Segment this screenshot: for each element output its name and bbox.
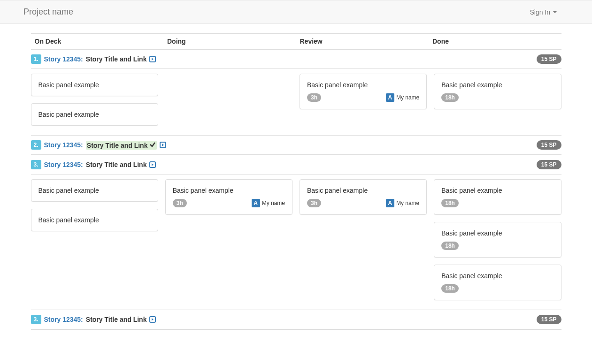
time-badge: 18h (441, 93, 459, 102)
card[interactable]: Basic panel example (31, 103, 158, 126)
assignee: AMy name (252, 199, 285, 207)
card[interactable]: Basic panel example3hAMy name (300, 179, 427, 215)
avatar: A (386, 93, 394, 102)
story-points-badge: 15 SP (537, 54, 561, 64)
kanban-board: On Deck Doing Review Done 1.Story 12345:… (31, 33, 561, 330)
columns-header: On Deck Doing Review Done (31, 33, 561, 50)
expand-icon[interactable] (160, 142, 166, 148)
navbar: Project name Sign In (0, 0, 592, 24)
column: Basic panel example18hBasic panel exampl… (434, 179, 561, 300)
chevron-down-icon (553, 11, 557, 13)
card-text: Basic panel example (38, 187, 151, 194)
story-points-badge: 15 SP (537, 315, 561, 324)
card-text: Basic panel example (307, 187, 419, 194)
card[interactable]: Basic panel example18h (434, 179, 561, 215)
story-header: 2.Story 12345: Story Title and Link 15 S… (31, 136, 561, 155)
column-header: Doing (163, 34, 296, 49)
card[interactable]: Basic panel example3hAMy name (165, 179, 292, 215)
column-header: Done (429, 34, 561, 49)
story-number-badge: 2. (31, 140, 41, 150)
card-text: Basic panel example (441, 272, 554, 280)
story-header: 3.Story 12345: Story Title and Link 15 S… (31, 310, 561, 329)
story-link[interactable]: Story 12345: (44, 55, 83, 63)
expand-icon[interactable] (149, 56, 156, 62)
story-title: Story Title and Link (86, 316, 147, 323)
card[interactable]: Basic panel example3hAMy name (300, 74, 427, 109)
card-text: Basic panel example (441, 229, 554, 237)
signin-dropdown[interactable]: Sign In (530, 8, 585, 16)
column: Basic panel example3hAMy name (300, 179, 427, 300)
story-header: 1.Story 12345: Story Title and Link 15 S… (31, 50, 561, 69)
check-icon (149, 141, 156, 148)
card[interactable]: Basic panel example (31, 209, 158, 231)
column (165, 74, 292, 126)
assignee-name: My name (396, 94, 419, 101)
card[interactable]: Basic panel example18h (434, 74, 561, 109)
cards-row: Basic panel exampleBasic panel exampleBa… (31, 69, 561, 135)
assignee-name: My name (396, 200, 419, 206)
card-text: Basic panel example (173, 187, 285, 194)
story-number-badge: 3. (31, 315, 41, 324)
story-link[interactable]: Story 12345: (44, 161, 83, 168)
card[interactable]: Basic panel example (31, 179, 158, 202)
column: Basic panel exampleBasic panel example (31, 74, 158, 126)
story-row: 3.Story 12345: Story Title and Link 15 S… (31, 310, 561, 330)
story-points-badge: 15 SP (537, 140, 561, 150)
story-points-badge: 15 SP (537, 160, 561, 169)
expand-icon[interactable] (149, 161, 156, 168)
assignee: AMy name (386, 93, 419, 102)
card[interactable]: Basic panel example18h (434, 265, 561, 300)
card-text: Basic panel example (441, 81, 554, 89)
card[interactable]: Basic panel example18h (434, 222, 561, 258)
column: Basic panel example18h (434, 74, 561, 126)
assignee-name: My name (262, 200, 285, 206)
story-number-badge: 1. (31, 54, 41, 64)
time-badge: 18h (441, 199, 459, 207)
story-link[interactable]: Story 12345: (44, 141, 83, 149)
time-badge: 3h (307, 93, 321, 102)
column: Basic panel example3hAMy name (300, 74, 427, 126)
story-row: 1.Story 12345: Story Title and Link 15 S… (31, 50, 561, 136)
story-row: 2.Story 12345: Story Title and Link 15 S… (31, 136, 561, 155)
signin-label: Sign In (530, 8, 550, 16)
story-number-badge: 3. (31, 160, 41, 169)
column-header: Review (296, 34, 429, 49)
time-badge: 3h (173, 199, 187, 207)
card-text: Basic panel example (38, 111, 151, 118)
card[interactable]: Basic panel example (31, 74, 158, 96)
card-text: Basic panel example (441, 187, 554, 194)
column: Basic panel exampleBasic panel example (31, 179, 158, 300)
story-title: Story Title and Link (86, 161, 147, 168)
card-text: Basic panel example (38, 81, 151, 89)
time-badge: 18h (441, 242, 459, 250)
cards-row: Basic panel exampleBasic panel exampleBa… (31, 174, 561, 310)
story-link[interactable]: Story 12345: (44, 316, 83, 323)
brand-link[interactable]: Project name (7, 7, 73, 17)
assignee: AMy name (386, 199, 419, 207)
story-title: Story Title and Link (86, 55, 147, 63)
card-text: Basic panel example (307, 81, 419, 89)
time-badge: 3h (307, 199, 321, 207)
story-title: Story Title and Link (86, 141, 157, 150)
expand-icon[interactable] (149, 316, 156, 323)
story-header: 3.Story 12345: Story Title and Link 15 S… (31, 155, 561, 174)
avatar: A (252, 199, 260, 207)
column-header: On Deck (31, 34, 164, 49)
story-row: 3.Story 12345: Story Title and Link 15 S… (31, 155, 561, 310)
card-text: Basic panel example (38, 216, 151, 224)
column: Basic panel example3hAMy name (165, 179, 292, 300)
avatar: A (386, 199, 394, 207)
time-badge: 18h (441, 284, 459, 293)
